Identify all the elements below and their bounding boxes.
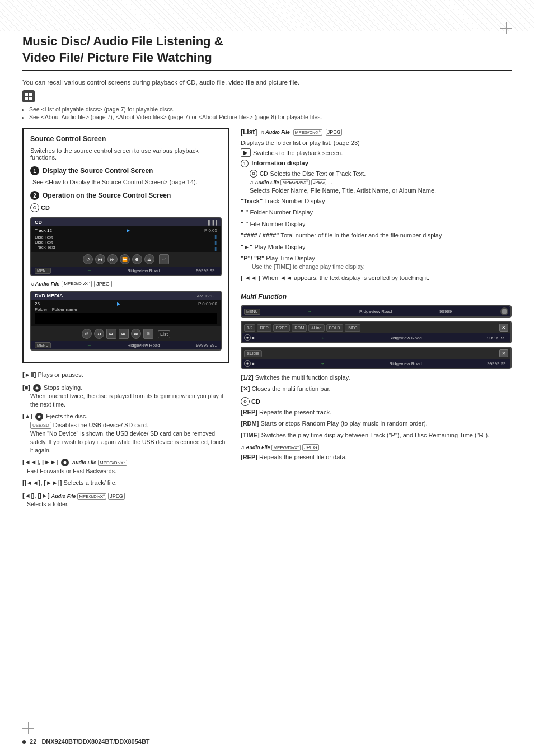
mf-12: [1/2] Switches the multi function displa…: [241, 374, 512, 382]
list-jpeg-pill: JPEG: [326, 129, 343, 136]
page-title: Music Disc/ Audio File Listening & Video…: [22, 34, 512, 71]
op-folder-select: [◄|], [|►] Audio File MPEG/DivX° JPEG Se…: [22, 492, 229, 508]
multi-btn-row-1: 1/2 REP PREP RDM 4Line FOLD INFO ✕: [242, 322, 510, 333]
section1-header: 1 Display the Source Control Screen: [30, 166, 222, 175]
section1-body: See <How to Display the Source Control S…: [30, 179, 222, 185]
list-audio-icon: ♫ Audio File: [260, 129, 289, 135]
multi-func-feature-list: [1/2] Switches the multi function displa…: [241, 374, 512, 394]
op-ff-rew: [◄◄], [►►] Audio File MPEG/DivX° Fast Fo…: [22, 458, 229, 475]
section2-header: 2 Operation on the Source Control Screen: [30, 191, 222, 200]
multi-func-title: Multi Function: [241, 293, 512, 301]
audio-screen-header: DVD MEDIA AM 12:3...: [31, 292, 221, 300]
playback-icon: ▶: [241, 148, 251, 157]
source-control-desc: Switches to the source control screen to…: [30, 147, 222, 161]
multi-screen-2: 1/2 REP PREP RDM 4Line FOLD INFO ✕: [241, 321, 512, 343]
feature-play-time: "P"/ "R" Play Time Display Use the [TIME…: [241, 254, 512, 271]
cd-track-info: Track 12 ▶ P 0:05 Disc Text Disc Text Tr…: [31, 226, 221, 252]
usb-badge: USB/SD: [30, 422, 51, 429]
op-play-pause: [►II] Plays or pauses.: [22, 371, 229, 379]
audio-track-info: 25 ▶ P 0:00:00 Folder Folder name: [31, 300, 221, 326]
multi-function-section: Multi Function MENU → Ridgeview Road 999…: [241, 293, 512, 461]
cd-icon: [30, 203, 39, 212]
mf-rep: [REP] Repeats the present track.: [241, 408, 512, 417]
info-num-circle: 1: [241, 160, 249, 167]
disc-icon-stop: [33, 384, 41, 392]
battery-icon: [500, 307, 508, 315]
feature-folder-num: " " Folder Number Display: [241, 208, 512, 217]
right-column: [List] ♫ Audio File MPEG/DivX° JPEG Disp…: [241, 128, 512, 467]
intro-text: You can recall various control screens d…: [22, 79, 512, 86]
audio-screen-controls: ↺ ⏮ ⏮ ⏭ ⏭ ⊞ List: [31, 326, 221, 341]
model-number: DNX9240BT/DDX8024BT/DDX8054BT: [41, 738, 149, 745]
feature-file-num: " " File Number Display: [241, 220, 512, 228]
section2-badge: 2: [30, 191, 39, 200]
operations-list: [►II] Plays or pauses. [■] Stops playing…: [22, 371, 229, 508]
grid-icon: [22, 90, 35, 102]
bullet-list: See <List of playable discs> (page 7) fo…: [29, 106, 512, 120]
list-desc: Displays the folder list or play list. (…: [241, 139, 512, 146]
disc-icon-ff: [61, 459, 69, 466]
cd-icon-nav2: [244, 360, 251, 367]
info-file-desc: Selects Folder Name, File Name, Title, A…: [241, 187, 512, 194]
page-number: 22: [30, 738, 36, 745]
info-cd-row: CD Selects the Disc Text or Track Text.: [241, 170, 512, 178]
op-track-select: [|◄◄], [►►|] Selects a track/ file.: [22, 479, 229, 487]
section2-title: Operation on the Source Control Screen: [43, 192, 171, 199]
op-eject: [▲] Ejects the disc. USB/SD Disables the…: [22, 412, 229, 454]
op-stop: [■] Stops playing. When touched twice, t…: [22, 384, 229, 409]
page-footer: 22 DNX9240BT/DDX8024BT/DDX8054BT: [22, 738, 150, 745]
disc-icon-eject: [35, 413, 43, 421]
info-label: Information display: [251, 160, 308, 166]
audio-screen-mockup: DVD MEDIA AM 12:3... 25 ▶ P 0:00:00 Fold…: [30, 291, 222, 351]
audio-file-icon: ♫ Audio File: [30, 281, 59, 287]
mf-cd-list: [REP] Repeats the present track. [RDM] S…: [241, 408, 512, 440]
multi-btn-row-2: SLIDE ✕: [242, 348, 510, 359]
list-mpeg-pill: MPEG/DivX°: [293, 129, 322, 136]
feature-track: "Track" Track Number Display: [241, 197, 512, 206]
crosshair-bottom-left: [22, 722, 34, 734]
feature-play-mode: "►" Play Mode Display: [241, 243, 512, 251]
cd-label: CD: [41, 204, 50, 211]
cd-screen-nav: MENU → Ridgeview Road 99999.99..: [31, 267, 221, 275]
svg-rect-3: [29, 97, 32, 100]
section1-badge: 1: [30, 166, 39, 175]
section1-title: Display the Source Control Screen: [43, 167, 153, 175]
footer-dot: [22, 740, 26, 744]
svg-rect-1: [29, 93, 32, 96]
mf-rdm: [RDM] Starts or stops Random Play (to pl…: [241, 419, 512, 428]
section-divider: [241, 287, 512, 287]
mpeg-pill: MPEG/DivX°: [62, 281, 92, 287]
mf-close: [✕] Closes the multi function bar.: [241, 385, 512, 393]
left-column: Source Control Screen Switches to the so…: [22, 128, 229, 512]
list-header: [List] ♫ Audio File MPEG/DivX° JPEG: [241, 128, 512, 136]
video-preview: [35, 313, 217, 324]
mf-audio-header: ♫ Audio File MPEG/DivX° JPEG: [241, 444, 512, 451]
mf-audio-rep: [REP] Repeats the present file or data.: [241, 453, 512, 461]
mf-time: [TIME] Switches the play time display be…: [241, 431, 512, 440]
cd-screen-header: CD ▐ ▐▐: [31, 218, 221, 226]
cd-screen-mockup: CD ▐ ▐▐ Track 12 ▶ P 0:05: [30, 217, 222, 276]
cd-icon-nav: [244, 334, 251, 341]
svg-rect-0: [25, 93, 28, 96]
info-file-row: ♫ Audio File MPEG/DivX° JPEG ...: [241, 179, 512, 185]
type-pills-row: ♫ Audio File MPEG/DivX° JPEG: [30, 281, 222, 287]
feature-list: "Track" Track Number Display " " Folder …: [241, 197, 512, 271]
cd-icon-small: [250, 170, 257, 178]
mf-cd-header: CD: [241, 397, 512, 406]
cd-icon-mf: [241, 397, 250, 406]
cd-screen-controls: ↺ ⏮ ⏭ ⏩ ⏺ ⏏ ↩: [31, 252, 221, 267]
list-section: [List] ♫ Audio File MPEG/DivX° JPEG Disp…: [241, 128, 512, 461]
scroll-info: [ ◄◄ ] When ◄◄ appears, the text display…: [241, 274, 512, 281]
feature-hash: "#### / ####" Total number of file in th…: [241, 231, 512, 240]
info-display-row: 1 Information display: [241, 159, 512, 167]
mf-audio-list: [REP] Repeats the present file or data.: [241, 453, 512, 461]
playback-icon-row: ▶ Switches to the playback screen.: [241, 148, 512, 157]
bullet-item: See <About Audio file> (page 7), <About …: [29, 114, 512, 120]
jpeg-pill: JPEG: [94, 281, 112, 287]
audio-screen-nav: MENU → Ridgeview Road 99999.99..: [31, 341, 221, 349]
multi-screen-3: SLIDE ✕ ■ → Ridgeview Road: [241, 347, 512, 369]
source-control-box: Source Control Screen Switches to the so…: [22, 128, 229, 363]
list-label: [List]: [241, 128, 257, 136]
multi-screen-1: MENU → Ridgeview Road 99999: [241, 305, 512, 318]
svg-rect-2: [25, 97, 28, 100]
